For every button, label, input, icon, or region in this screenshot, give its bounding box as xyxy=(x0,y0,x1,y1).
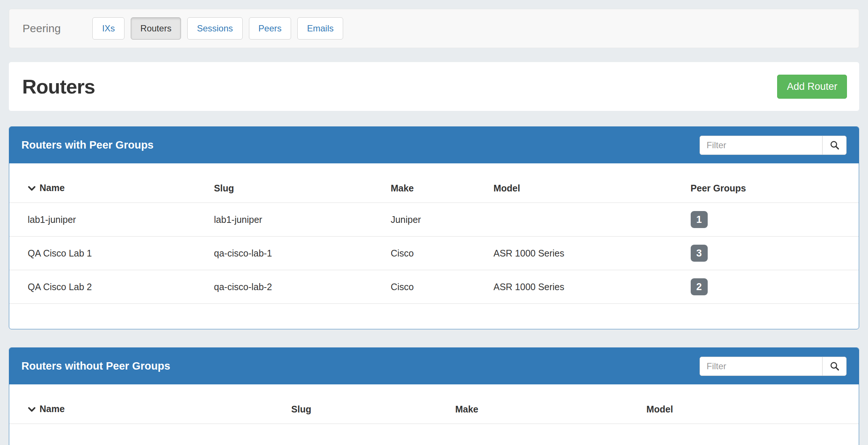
column-header-peer-groups[interactable]: Peer Groups xyxy=(691,163,859,203)
table-cell xyxy=(493,203,691,237)
nav-button-emails[interactable]: Emails xyxy=(297,17,343,40)
nav-button-sessions[interactable]: Sessions xyxy=(187,17,242,40)
panel-body: NameSlugMakeModelPeer Groups lab1-junipe… xyxy=(9,163,859,329)
column-label: Name xyxy=(40,404,65,414)
table-cell: Juniper xyxy=(391,203,493,237)
table-cell: lab1-juniper xyxy=(9,203,214,237)
column-label: Slug xyxy=(214,183,234,193)
filter-search-button[interactable] xyxy=(822,357,847,376)
routers-without-peer-groups-table: NameSlugMakeModel xyxy=(9,384,859,424)
column-header-name[interactable]: Name xyxy=(9,163,214,203)
panel-body: NameSlugMakeModel xyxy=(9,384,859,445)
table-cell: ASR 1000 Series xyxy=(493,237,691,270)
column-header-make[interactable]: Make xyxy=(455,384,646,424)
nav-button-ixs[interactable]: IXs xyxy=(92,17,124,40)
page-header: Routers Add Router xyxy=(9,62,859,111)
table-header-row: NameSlugMakeModel xyxy=(9,384,859,424)
table-cell: Cisco xyxy=(391,237,493,270)
panel-routers-without-peer-groups: Routers without Peer Groups NameSlugMake… xyxy=(9,347,859,445)
table-cell: ASR 1000 Series xyxy=(493,270,691,304)
panel-heading: Routers without Peer Groups xyxy=(9,348,859,384)
navbar-brand[interactable]: Peering xyxy=(23,22,61,35)
column-label: Make xyxy=(455,404,478,414)
column-header-slug[interactable]: Slug xyxy=(291,384,455,424)
peer-groups-badge: 1 xyxy=(691,211,708,228)
panel-title: Routers without Peer Groups xyxy=(21,360,170,372)
sort-chevron-down-icon xyxy=(28,183,36,194)
table-header-row: NameSlugMakeModelPeer Groups xyxy=(9,163,859,203)
column-header-slug[interactable]: Slug xyxy=(214,163,390,203)
navbar-buttons: IXsRoutersSessionsPeersEmails xyxy=(92,17,343,40)
column-header-make[interactable]: Make xyxy=(391,163,493,203)
search-icon xyxy=(830,140,840,150)
column-label: Name xyxy=(40,183,65,193)
table-cell-peer-groups: 3 xyxy=(691,237,859,270)
nav-button-routers[interactable]: Routers xyxy=(131,17,181,40)
filter-group xyxy=(700,136,847,155)
nav-button-peers[interactable]: Peers xyxy=(249,17,291,40)
table-cell-peer-groups: 1 xyxy=(691,203,859,237)
panel-heading: Routers with Peer Groups xyxy=(9,127,859,163)
add-router-button[interactable]: Add Router xyxy=(777,75,847,99)
column-header-name[interactable]: Name xyxy=(9,384,291,424)
column-label: Slug xyxy=(291,404,311,414)
panel-title: Routers with Peer Groups xyxy=(21,139,154,151)
table-cell: QA Cisco Lab 2 xyxy=(9,270,214,304)
table-cell-peer-groups: 2 xyxy=(691,270,859,304)
filter-search-button[interactable] xyxy=(822,136,847,155)
column-label: Peer Groups xyxy=(691,183,746,193)
sort-chevron-down-icon xyxy=(28,404,36,415)
table-row[interactable]: QA Cisco Lab 1qa-cisco-lab-1CiscoASR 100… xyxy=(9,237,859,270)
column-label: Make xyxy=(391,183,414,193)
column-header-model[interactable]: Model xyxy=(493,163,691,203)
filter-input[interactable] xyxy=(700,357,823,376)
peer-groups-badge: 2 xyxy=(691,278,708,295)
table-cell: Cisco xyxy=(391,270,493,304)
column-label: Model xyxy=(493,183,520,193)
page-title: Routers xyxy=(22,75,95,98)
table-row[interactable]: QA Cisco Lab 2qa-cisco-lab-2CiscoASR 100… xyxy=(9,270,859,304)
column-label: Model xyxy=(646,404,673,414)
top-navbar: Peering IXsRoutersSessionsPeersEmails xyxy=(9,9,859,48)
search-icon xyxy=(830,361,840,371)
filter-input[interactable] xyxy=(700,136,823,155)
table-cell: lab1-juniper xyxy=(214,203,390,237)
table-row[interactable]: lab1-juniperlab1-juniperJuniper1 xyxy=(9,203,859,237)
table-cell: qa-cisco-lab-2 xyxy=(214,270,390,304)
filter-group xyxy=(700,357,847,376)
table-cell: qa-cisco-lab-1 xyxy=(214,237,390,270)
panel-routers-with-peer-groups: Routers with Peer Groups NameSlugMakeMod… xyxy=(9,126,859,329)
column-header-model[interactable]: Model xyxy=(646,384,859,424)
table-cell: QA Cisco Lab 1 xyxy=(9,237,214,270)
peer-groups-badge: 3 xyxy=(691,245,708,262)
routers-with-peer-groups-table: NameSlugMakeModelPeer Groups lab1-junipe… xyxy=(9,163,859,304)
